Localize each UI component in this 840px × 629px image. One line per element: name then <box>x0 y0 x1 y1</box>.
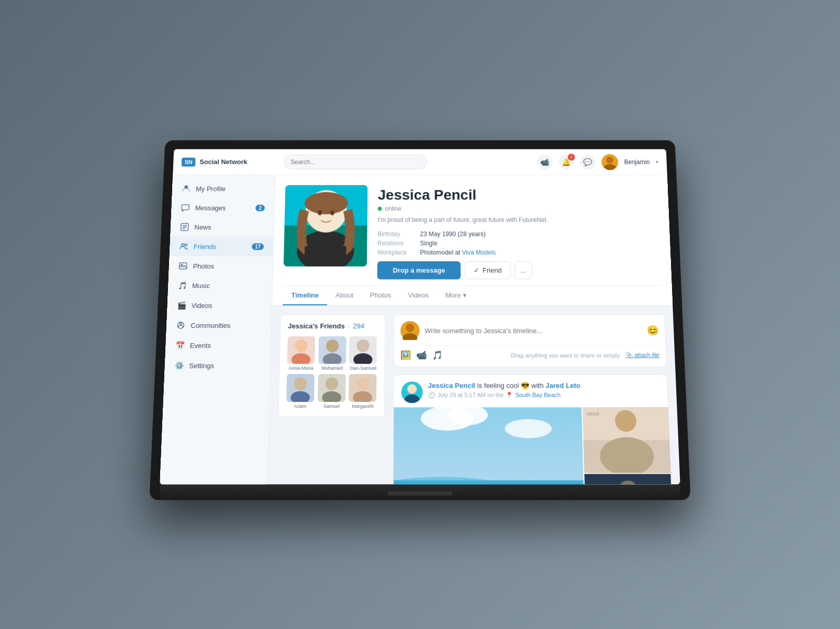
friend-button[interactable]: ✓ Friend <box>465 261 511 279</box>
friend-item[interactable]: Margareth <box>349 374 377 409</box>
profile-bio: I'm proud of being a part of future, gre… <box>377 216 659 223</box>
friend-item[interactable]: Muhamed <box>318 336 346 371</box>
workplace-link[interactable]: Viva Models <box>462 249 496 256</box>
svg-point-14 <box>180 322 182 324</box>
drag-text: Drag anything you want to share or simpl… <box>511 351 659 358</box>
friend-item[interactable]: Samuel <box>318 374 346 409</box>
sidebar-label-photos: Photos <box>193 262 214 270</box>
svg-text:istock: istock <box>587 411 600 416</box>
post-image-top-right[interactable]: istock <box>583 407 671 473</box>
friends-icon <box>179 241 188 251</box>
app-name: Social Network <box>200 158 247 165</box>
post-friend-name[interactable]: Jared Leto <box>545 381 581 389</box>
sidebar-item-communities[interactable]: Communities <box>166 315 271 335</box>
notifications-icon[interactable]: 🔔 2 <box>559 154 574 169</box>
status-text: online <box>385 205 402 212</box>
sidebar-item-events[interactable]: 📅 Events <box>165 335 271 355</box>
post-time: 🕐 July 29 at 5:17 AM on the 📍 South Bay … <box>428 391 660 398</box>
relations-label: Relations <box>377 240 414 247</box>
news-icon <box>180 222 189 231</box>
tab-videos[interactable]: Videos <box>400 286 437 305</box>
tab-about[interactable]: About <box>327 286 362 305</box>
friends-badge: 17 <box>251 243 264 250</box>
profile-tabs: Timeline About Photos Videos More ▾ <box>282 285 662 305</box>
settings-icon: ⚙️ <box>174 360 184 370</box>
profile-name: Jessica Pencil <box>378 187 658 203</box>
composer-input[interactable] <box>425 326 642 334</box>
svg-rect-11 <box>180 263 187 269</box>
sidebar-label-news: News <box>194 223 212 231</box>
messages-badge: 2 <box>256 204 265 211</box>
friend-avatar <box>318 374 345 401</box>
sidebar-label-events: Events <box>190 341 211 349</box>
friend-avatar <box>286 374 314 401</box>
messages-icon[interactable]: 💬 <box>580 154 596 169</box>
search-input[interactable] <box>284 154 427 169</box>
svg-point-10 <box>185 243 187 246</box>
logo-badge: SN <box>182 157 196 166</box>
sidebar-item-my-profile[interactable]: My Profile <box>172 179 275 198</box>
post-location[interactable]: South Bay Beach <box>515 392 560 398</box>
profile-header: Jessica Pencil online I'm proud of being… <box>272 175 673 305</box>
profile-photo <box>284 185 368 266</box>
tab-more[interactable]: More ▾ <box>437 286 475 305</box>
sidebar-label-my-profile: My Profile <box>196 185 226 192</box>
birthday-label: Birthday <box>377 230 414 238</box>
tab-timeline[interactable]: Timeline <box>282 286 327 305</box>
search-bar[interactable] <box>284 154 427 169</box>
user-dropdown-icon[interactable]: ▾ <box>656 159 658 164</box>
sidebar-label-music: Music <box>192 281 210 289</box>
sidebar-item-messages[interactable]: Messages 2 <box>171 198 275 217</box>
post-feeling: is feeling cool 😎 with <box>477 381 545 389</box>
events-icon: 📅 <box>175 340 185 350</box>
post-author-name[interactable]: Jessica Pencil <box>428 381 475 389</box>
workplace-value: Photomodel at Viva Models <box>420 249 496 256</box>
friend-item[interactable]: Anna-Maria <box>287 336 316 371</box>
profile-status: online <box>377 205 658 212</box>
more-photos-overlay[interactable]: +35 photos <box>584 474 673 484</box>
sidebar-item-settings[interactable]: ⚙️ Settings <box>164 355 270 376</box>
music-attach-icon[interactable]: 🎵 <box>432 350 443 360</box>
header-right: 📹 🔔 2 💬 Benjamin ▾ <box>537 154 659 169</box>
friend-avatar <box>287 336 315 364</box>
friend-name: Dan-Samuel <box>349 365 377 370</box>
friend-name: Anna-Maria <box>287 365 315 370</box>
action-buttons: Drop a message ✓ Friend ... <box>377 261 661 279</box>
post-author-line: Jessica Pencil is feeling cool 😎 with Ja… <box>428 381 660 390</box>
messages-nav-icon <box>181 203 190 212</box>
sidebar-label-communities: Communities <box>191 321 231 329</box>
friend-name: Muhamed <box>318 365 346 370</box>
post-time-text: July 29 at 5:17 AM on the <box>437 392 503 398</box>
post-image-bottom-right[interactable]: +35 photos <box>584 474 673 484</box>
more-options-button[interactable]: ... <box>514 261 532 279</box>
sidebar-item-music[interactable]: 🎵 Music <box>168 275 272 295</box>
sidebar-item-videos[interactable]: 🎬 Videos <box>167 295 272 315</box>
friends-section: Jessica's Friends · 294 <box>278 314 385 417</box>
friend-item[interactable]: Dan-Samuel <box>349 336 377 371</box>
sidebar-item-friends[interactable]: Friends 17 <box>170 237 274 256</box>
friend-avatar <box>318 336 346 364</box>
friends-title: Jessica's Friends <box>288 322 344 329</box>
profile-details: Birthday 23 May 1990 (28 years) Relation… <box>377 230 660 256</box>
post-composer: 😊 🖼️ 📹 🎵 Drag anything you want to share… <box>394 314 667 367</box>
sidebar-item-news[interactable]: News <box>170 217 274 237</box>
video-attach-icon[interactable]: 📹 <box>416 350 427 360</box>
attach-file-link[interactable]: 📎 attach file <box>625 351 659 358</box>
profile-body: Jessica's Friends · 294 <box>268 306 680 484</box>
drop-message-button[interactable]: Drop a message <box>377 261 460 279</box>
photo-attach-icon[interactable]: 🖼️ <box>401 350 411 360</box>
friend-name: Margareth <box>349 403 377 409</box>
main-content: Jessica Pencil online I'm proud of being… <box>268 175 680 484</box>
tab-photos[interactable]: Photos <box>362 286 400 305</box>
workplace-label: Workplace <box>377 249 414 256</box>
friend-item[interactable]: Adam <box>286 374 315 409</box>
video-call-icon[interactable]: 📹 <box>537 154 553 169</box>
communities-icon <box>176 320 186 329</box>
post-image-main[interactable] <box>393 407 585 484</box>
friends-header: Jessica's Friends · 294 <box>288 322 377 329</box>
friends-count-number: 294 <box>353 322 364 329</box>
attach-icon-small: 📎 <box>625 351 633 358</box>
sidebar-item-photos[interactable]: Photos <box>169 256 273 275</box>
friend-name: Samuel <box>318 403 346 409</box>
emoji-picker-icon[interactable]: 😊 <box>647 325 659 336</box>
